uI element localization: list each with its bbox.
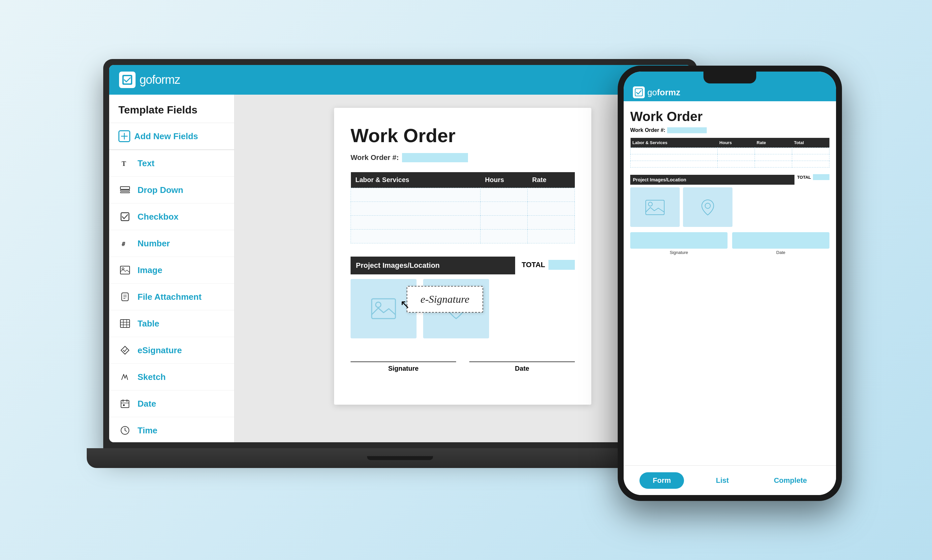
svg-point-34 [648,202,652,206]
logo-go: go [140,73,152,86]
table-row [351,229,575,243]
sidebar-item-checkbox[interactable]: Checkbox [109,203,234,230]
date-icon [118,397,132,410]
phone-content: Work Order Work Order #: Labor & Service… [624,101,836,465]
phone-image-2 [683,187,732,227]
phone-form-title: Work Order [630,109,829,124]
phone-screen: goformz Work Order Work Order #: Labor &… [624,72,836,495]
esig-icon [118,344,132,357]
dropdown-icon [118,183,132,197]
checkbox-label: Checkbox [137,212,178,222]
phone-sig-box [630,232,727,249]
sidebar-item-image[interactable]: Image [109,257,234,284]
sidebar-item-sketch[interactable]: Sketch [109,364,234,391]
form-page: Work Order Work Order #: Labor & Service… [334,108,591,405]
total-row: TOTAL [522,257,575,273]
add-fields-label: Add New Fields [134,131,198,142]
table-header-row: Labor & Services Hours Rate [351,172,575,188]
text-label: Text [137,158,155,169]
svg-rect-10 [120,266,129,274]
esignature-popup: e-Signature [407,286,483,313]
labor-table: Labor & Services Hours Rate [351,172,575,243]
total-label: TOTAL [522,260,545,269]
th-hours: Hours [480,172,528,188]
complete-tab-button[interactable]: Complete [761,472,820,489]
laptop-logo-area: goformz [119,72,180,88]
dropdown-label: Drop Down [137,185,183,195]
phone-labor-table: Labor & Services Hours Rate Total [630,138,829,168]
phone-table-row [631,161,829,168]
svg-rect-20 [121,400,129,408]
image-svg-1 [371,295,397,322]
total-input [549,260,575,270]
table-row [351,202,575,216]
phone-image-1 [630,187,680,227]
esig-label: eSignature [137,345,182,355]
image-label: Image [137,265,162,275]
svg-rect-6 [120,190,129,191]
form-title: Work Order [351,124,575,146]
phone-img-svg-1 [645,199,665,215]
svg-point-29 [376,302,381,308]
svg-rect-33 [646,200,664,215]
laptop-hinge [367,456,433,460]
laptop-logo-text: goformz [140,73,180,87]
phone-logo-svg [635,88,643,96]
sidebar-item-dropdown[interactable]: Drop Down [109,177,234,203]
logo-svg [122,75,132,85]
laptop: goformz Template F [103,59,697,488]
file-label: File Attachment [137,292,201,302]
sidebar: Template Fields Add New Fields [109,95,234,442]
th-labor: Labor & Services [351,172,480,188]
svg-line-27 [125,431,127,431]
phone-wo-input [667,127,707,133]
file-icon [118,290,132,303]
table-icon [118,317,132,330]
time-label: Time [137,425,157,436]
phone-sig-block-2: Date [732,232,829,255]
phone-th-rate: Rate [755,138,792,148]
form-tab-button[interactable]: Form [640,472,684,489]
svg-rect-7 [120,192,129,193]
table-row [351,188,575,202]
sidebar-item-date[interactable]: Date [109,391,234,417]
logo-formz: formz [152,73,180,86]
phone-total-box [813,174,829,180]
add-new-fields-button[interactable]: Add New Fields [109,123,234,150]
sidebar-item-esignature[interactable]: eSignature [109,337,234,364]
phone-total-row: TOTAL [797,174,829,180]
svg-text:#: # [122,240,125,247]
sidebar-item-table[interactable]: Table [109,310,234,337]
phone-th-hours: Hours [717,138,755,148]
phone-logo-text: goformz [647,88,680,98]
sidebar-item-number[interactable]: # Number [109,230,234,257]
sidebar-item-text[interactable]: T Text [109,150,234,177]
svg-rect-28 [372,299,395,318]
list-tab-button[interactable]: List [703,472,742,489]
phone-project-header: Project Images/Location [630,175,795,185]
add-fields-icon [118,130,130,142]
checkbox-icon [118,210,132,223]
phone-table-header-row: Labor & Services Hours Rate Total [631,138,829,148]
sidebar-item-time[interactable]: Time [109,417,234,442]
time-icon [118,424,132,437]
phone-date-label: Date [776,250,785,255]
phone-body: goformz Work Order Work Order #: Labor &… [618,66,842,501]
work-order-label: Work Order #: [351,153,399,162]
phone-images-row [630,187,795,227]
work-order-input[interactable] [402,153,468,162]
sketch-icon [118,370,132,383]
table-label: Table [137,318,159,329]
main-scene: goformz Template F [70,33,862,527]
signature-section: Signature Date [351,355,575,372]
svg-rect-5 [120,187,129,189]
sidebar-item-file[interactable]: File Attachment [109,284,234,310]
cursor-icon: ↖ [400,297,410,311]
sidebar-title: Template Fields [109,95,234,123]
phone-wo-label: Work Order #: [630,127,665,133]
phone-loc-svg [698,197,718,217]
sketch-label: Sketch [137,372,166,382]
signature-line: Signature [351,362,456,372]
number-icon: # [118,237,132,250]
phone-logo-area: goformz [633,86,680,98]
